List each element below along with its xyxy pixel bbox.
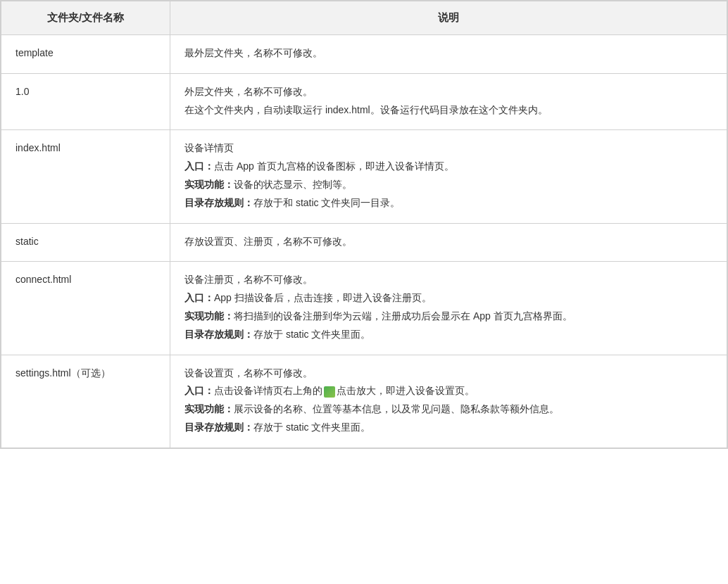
bold-label: 目录存放规则： bbox=[184, 421, 253, 433]
description-line: 入口：点击 App 首页九宫格的设备图标，即进入设备详情页。 bbox=[184, 158, 713, 175]
description-cell: 存放设置页、注册页，名称不可修改。 bbox=[170, 223, 727, 262]
bold-label: 入口： bbox=[184, 160, 214, 172]
bold-label: 实现功能： bbox=[184, 310, 234, 322]
description-line: 设备设置页，名称不可修改。 bbox=[184, 365, 713, 382]
description-line: 存放设置页、注册页，名称不可修改。 bbox=[184, 234, 713, 250]
description-cell: 外层文件夹，名称不可修改。在这个文件夹内，自动读取运行 index.html。设… bbox=[170, 73, 727, 130]
bold-label: 目录存放规则： bbox=[184, 197, 253, 208]
description-cell: 最外层文件夹，名称不可修改。 bbox=[170, 35, 727, 74]
description-line: 外层文件夹，名称不可修改。 bbox=[184, 84, 713, 101]
table-row: template最外层文件夹，名称不可修改。 bbox=[1, 35, 727, 74]
description-line: 实现功能：设备的状态显示、控制等。 bbox=[184, 177, 713, 193]
description-line: 实现功能：将扫描到的设备注册到华为云端，注册成功后会显示在 App 首页九宫格界… bbox=[184, 308, 713, 325]
bold-label: 入口： bbox=[184, 385, 214, 396]
description-line: 实现功能：展示设备的名称、位置等基本信息，以及常见问题、隐私条款等额外信息。 bbox=[184, 401, 713, 418]
description-line: 入口：App 扫描设备后，点击连接，即进入设备注册页。 bbox=[184, 290, 713, 307]
description-cell: 设备注册页，名称不可修改。入口：App 扫描设备后，点击连接，即进入设备注册页。… bbox=[170, 262, 727, 355]
table-row: 1.0外层文件夹，名称不可修改。在这个文件夹内，自动读取运行 index.htm… bbox=[1, 73, 727, 130]
description-cell: 设备详情页入口：点击 App 首页九宫格的设备图标，即进入设备详情页。实现功能：… bbox=[170, 130, 727, 223]
table-row: static存放设置页、注册页，名称不可修改。 bbox=[1, 223, 727, 262]
description-line: 在这个文件夹内，自动读取运行 index.html。设备运行代码目录放在这个文件… bbox=[184, 102, 713, 119]
bold-label: 入口： bbox=[184, 292, 214, 303]
description-line: 入口：点击设备详情页右上角的点击放大，即进入设备设置页。 bbox=[184, 383, 713, 400]
bold-label: 实现功能： bbox=[184, 179, 234, 190]
file-name-cell: 1.0 bbox=[1, 73, 170, 130]
column-header-name: 文件夹/文件名称 bbox=[1, 1, 170, 35]
description-cell: 设备设置页，名称不可修改。入口：点击设备详情页右上角的点击放大，即进入设备设置页… bbox=[170, 355, 727, 447]
description-line: 目录存放规则：存放于和 static 文件夹同一目录。 bbox=[184, 195, 713, 212]
description-line: 设备详情页 bbox=[184, 140, 713, 157]
file-name-cell: connect.html bbox=[1, 262, 170, 355]
inline-image-icon bbox=[324, 386, 335, 398]
description-line: 目录存放规则：存放于 static 文件夹里面。 bbox=[184, 419, 713, 436]
table-row: index.html设备详情页入口：点击 App 首页九宫格的设备图标，即进入设… bbox=[1, 130, 727, 223]
main-table-container: 文件夹/文件名称 说明 template最外层文件夹，名称不可修改。1.0外层文… bbox=[0, 0, 728, 449]
bold-label: 实现功能： bbox=[184, 403, 234, 414]
description-line: 目录存放规则：存放于 static 文件夹里面。 bbox=[184, 326, 713, 343]
description-line: 设备注册页，名称不可修改。 bbox=[184, 272, 713, 288]
file-name-cell: static bbox=[1, 223, 170, 262]
table-row: settings.html（可选）设备设置页，名称不可修改。入口：点击设备详情页… bbox=[1, 355, 727, 447]
file-name-cell: index.html bbox=[1, 130, 170, 223]
description-line: 最外层文件夹，名称不可修改。 bbox=[184, 45, 713, 62]
table-header-row: 文件夹/文件名称 说明 bbox=[1, 1, 727, 35]
table-row: connect.html设备注册页，名称不可修改。入口：App 扫描设备后，点击… bbox=[1, 262, 727, 355]
file-name-cell: settings.html（可选） bbox=[1, 355, 170, 447]
file-description-table: 文件夹/文件名称 说明 template最外层文件夹，名称不可修改。1.0外层文… bbox=[1, 1, 727, 448]
column-header-description: 说明 bbox=[170, 1, 727, 35]
file-name-cell: template bbox=[1, 35, 170, 74]
bold-label: 目录存放规则： bbox=[184, 329, 253, 340]
